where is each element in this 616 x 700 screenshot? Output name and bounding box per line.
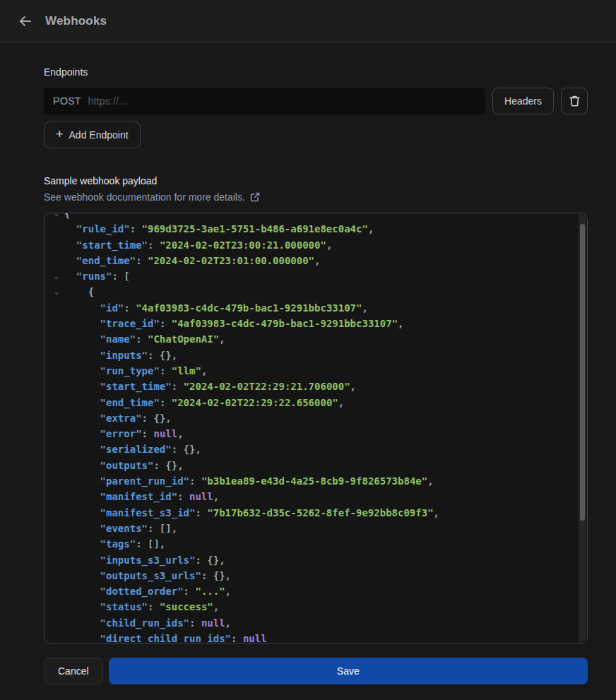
json-key: "status": [100, 601, 148, 612]
json-punctuation: [64, 318, 100, 329]
http-method-label: POST: [53, 95, 81, 107]
payload-editor[interactable]: ⌄{ "rule_id": "969d3725-3ae1-5751-b486-a…: [44, 213, 588, 643]
json-key: "error": [100, 428, 142, 439]
payload-code: ⌄{ "rule_id": "969d3725-3ae1-5751-b486-a…: [45, 213, 587, 643]
json-punctuation: ,: [201, 365, 207, 376]
code-line: "status": "success",: [49, 599, 587, 615]
json-punctuation: {: [64, 286, 94, 297]
json-string-value: "7b17b632-d35c-5262-8fef-9e92bb8c09f3": [207, 507, 433, 518]
json-key: "outputs": [100, 460, 154, 471]
json-punctuation: :: [130, 223, 142, 235]
json-key: "parent_run_id": [100, 475, 189, 487]
json-punctuation: : {},: [142, 413, 172, 424]
json-punctuation: ,: [427, 475, 433, 487]
code-line: "start_time": "2024-02-02T22:29:21.70600…: [49, 379, 587, 394]
add-endpoint-button[interactable]: + Add Endpoint: [44, 121, 141, 148]
json-punctuation: ,: [225, 586, 231, 597]
code-line: "direct_child_run_ids": null: [49, 631, 587, 643]
code-line: "child_run_ids": null,: [49, 615, 587, 631]
gutter: [49, 300, 64, 316]
json-string-value: "b3b1ea89-e43d-4a25-8cb9-9f826573b84e": [201, 475, 427, 487]
fold-chevron-icon[interactable]: ⌄: [49, 284, 64, 299]
json-key: "child_run_ids": [100, 617, 189, 629]
code-line: "dotted_order": "...",: [49, 583, 587, 599]
documentation-link[interactable]: See webhook documentation for more detai…: [44, 191, 260, 203]
json-null-value: null: [189, 491, 213, 502]
headers-button[interactable]: Headers: [492, 88, 554, 114]
endpoint-url-placeholder: https://...: [88, 95, 127, 107]
json-punctuation: : {},: [201, 570, 231, 581]
code-line: "manifest_id": null,: [49, 489, 587, 504]
back-button[interactable]: [16, 11, 35, 31]
gutter: [49, 410, 64, 426]
json-key: "tags": [100, 538, 136, 550]
add-endpoint-label: Add Endpoint: [69, 129, 129, 141]
json-punctuation: ,: [398, 318, 403, 329]
json-punctuation: [64, 460, 100, 471]
gutter: [49, 473, 64, 489]
json-string-value: "success": [160, 601, 213, 612]
code-line: "error": null,: [49, 426, 587, 441]
cancel-button[interactable]: Cancel: [44, 658, 103, 684]
json-punctuation: [64, 586, 100, 597]
json-punctuation: : {},: [172, 444, 201, 455]
code-line: "end_time": "2024-02-02T23:01:00.000000"…: [49, 253, 587, 268]
gutter: [49, 458, 64, 473]
headers-button-label: Headers: [504, 95, 542, 107]
trash-icon: [569, 95, 581, 107]
json-punctuation: [64, 444, 100, 455]
code-line: "serialized": {},: [49, 441, 587, 457]
json-punctuation: [64, 239, 76, 251]
header: Webhooks: [0, 0, 616, 42]
json-punctuation: :: [195, 507, 207, 518]
json-punctuation: : [],: [148, 523, 177, 534]
json-punctuation: [64, 381, 100, 392]
gutter: [49, 316, 64, 331]
gutter: [49, 536, 64, 552]
json-key: "direct_child_run_ids": [100, 633, 231, 643]
gutter: [49, 599, 64, 615]
editor-scrollbar-thumb[interactable]: [580, 224, 585, 521]
json-punctuation: [64, 397, 100, 408]
json-key: "id": [100, 302, 124, 314]
json-string-value: "969d3725-3ae1-5751-b486-a691e8ec0a4c": [142, 223, 368, 235]
json-string-value: "...": [195, 586, 225, 597]
save-button[interactable]: Save: [109, 658, 588, 684]
endpoint-url-input[interactable]: POST https://...: [44, 88, 485, 114]
fold-chevron-icon[interactable]: ⌄: [49, 213, 64, 221]
json-punctuation: :: [189, 475, 201, 487]
payload-title: Sample webhook payload: [44, 175, 588, 186]
json-key: "trace_id": [100, 318, 160, 329]
json-punctuation: [64, 554, 100, 566]
editor-scrollbar[interactable]: [579, 214, 586, 642]
json-punctuation: [64, 507, 100, 518]
json-punctuation: [64, 223, 76, 235]
delete-endpoint-button[interactable]: [561, 88, 588, 114]
fold-chevron-icon[interactable]: ⌄: [49, 268, 64, 284]
json-punctuation: ,: [350, 381, 356, 392]
json-punctuation: [64, 475, 100, 487]
json-key: "runs": [76, 271, 112, 282]
gutter: [49, 441, 64, 457]
gutter: [49, 615, 64, 631]
json-punctuation: :: [142, 428, 154, 439]
json-punctuation: : [],: [136, 538, 165, 550]
code-line: ⌄ {: [49, 284, 587, 299]
json-punctuation: :: [160, 365, 172, 376]
json-punctuation: [64, 350, 100, 361]
json-punctuation: {: [64, 213, 70, 219]
code-line: "tags": [],: [49, 536, 587, 552]
code-line: "parent_run_id": "b3b1ea89-e43d-4a25-8cb…: [49, 473, 587, 489]
json-punctuation: :: [124, 302, 136, 314]
gutter: [49, 568, 64, 583]
code-line: ⌄{: [49, 213, 587, 221]
json-key: "rule_id": [76, 223, 130, 235]
code-line: "manifest_s3_id": "7b17b632-d35c-5262-8f…: [49, 505, 587, 521]
json-punctuation: :: [160, 318, 172, 329]
json-punctuation: : [: [112, 271, 129, 282]
json-punctuation: :: [148, 239, 160, 251]
gutter: [49, 379, 64, 394]
external-link-icon: [250, 192, 260, 202]
gutter: [49, 489, 64, 504]
json-key: "start_time": [76, 239, 148, 251]
